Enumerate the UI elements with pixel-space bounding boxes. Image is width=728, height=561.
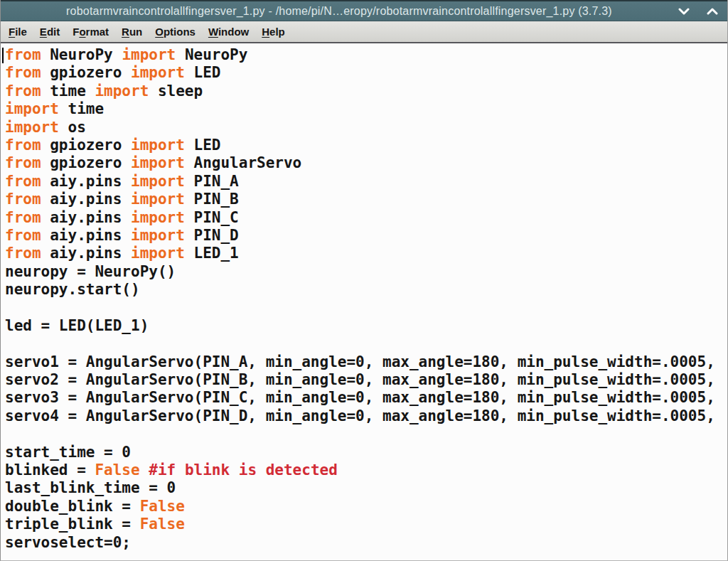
code-token-pl: gpiozero: [41, 137, 131, 154]
code-token-pl: sleep: [149, 82, 203, 100]
code-line: import os: [5, 119, 727, 137]
code-line: import time: [5, 100, 727, 118]
code-token-kw: import: [5, 100, 59, 117]
menu-item-label: O: [155, 26, 164, 38]
code-token-kw: from: [5, 173, 41, 190]
code-token-pl: gpiozero: [41, 64, 131, 81]
code-token-pl: servo2 = AngularServo(PIN_B, min_angle=0…: [5, 371, 715, 388]
menu-item-label: o: [79, 26, 85, 38]
code-token-pl: last_blink_time = 0: [5, 479, 176, 496]
menu-item-label: F: [9, 26, 15, 38]
code-token-cm: #if blink is detected: [149, 461, 338, 479]
code-token-kw: import: [131, 137, 185, 154]
chevron-up-icon: [707, 5, 718, 18]
code-token-kw: False: [140, 515, 185, 533]
code-token-pl: blinked =: [5, 461, 95, 479]
code-line: servoselect=0;: [5, 534, 727, 552]
menu-item-label: H: [262, 26, 269, 38]
code-token-pl: double_blink =: [5, 498, 140, 515]
code-line: [5, 299, 727, 316]
menu-item-label: elp: [269, 26, 285, 38]
menu-item-label: ptions: [164, 26, 196, 38]
code-line: from NeuroPy import NeuroPy: [5, 46, 727, 64]
code-line: from aiy.pins import LED_1: [5, 245, 727, 262]
code-line: servo3 = AngularServo(PIN_C, min_angle=0…: [5, 389, 727, 407]
code-token-kw: from: [5, 245, 41, 262]
code-editor[interactable]: from NeuroPy import NeuroPyfrom gpiozero…: [1, 43, 727, 560]
menu-item-help[interactable]: Help: [255, 22, 291, 41]
code-token-pl: servo3 = AngularServo(PIN_C, min_angle=0…: [5, 389, 715, 406]
code-line: from aiy.pins import PIN_D: [5, 227, 727, 245]
roll-up-button[interactable]: [703, 4, 722, 19]
code-token-kw: import: [131, 245, 185, 262]
code-token-pl: NeuroPy: [41, 46, 122, 63]
code-token-kw: import: [131, 209, 185, 226]
menu-item-label: rmat: [86, 26, 109, 38]
code-token-kw: False: [140, 498, 185, 515]
roll-down-button[interactable]: [675, 4, 693, 19]
code-token-pl: aiy.pins: [41, 245, 131, 262]
menu-item-window[interactable]: Window: [202, 22, 255, 41]
code-token-pl: aiy.pins: [41, 173, 131, 190]
code-token-kw: from: [5, 209, 41, 226]
code-token-pl: AngularServo: [185, 154, 301, 171]
code-token-pl: PIN_B: [185, 191, 239, 208]
menu-item-label: indow: [218, 26, 249, 38]
code-line: from gpiozero import AngularServo: [5, 154, 727, 172]
code-token-kw: import: [131, 154, 185, 171]
code-line: triple_blink = False: [5, 515, 727, 533]
menu-item-run[interactable]: Run: [115, 22, 149, 41]
code-token-pl: LED: [185, 64, 221, 81]
code-line: from gpiozero import LED: [5, 137, 727, 154]
code-token-pl: PIN_A: [185, 173, 239, 190]
code-token-pl: neuropy.start(): [5, 281, 140, 298]
code-line: led = LED(LED_1): [5, 317, 727, 335]
code-token-pl: triple_blink =: [5, 515, 140, 533]
menu-item-label: E: [40, 26, 47, 38]
menu-item-label: un: [129, 26, 142, 38]
code-line: double_blink = False: [5, 498, 727, 515]
code-token-kw: from: [5, 82, 41, 100]
code-line: [5, 425, 727, 443]
code-line: servo2 = AngularServo(PIN_B, min_angle=0…: [5, 371, 727, 389]
code-line: from aiy.pins import PIN_C: [5, 209, 727, 227]
menu-item-format[interactable]: Format: [66, 22, 115, 41]
menu-item-label: ile: [15, 26, 27, 38]
code-token-kw: from: [5, 191, 41, 208]
code-token-pl: time: [59, 100, 104, 117]
code-token-pl: servoselect=0;: [5, 534, 131, 551]
menu-item-edit[interactable]: Edit: [33, 22, 66, 41]
code-line: servo1 = AngularServo(PIN_A, min_angle=0…: [5, 353, 727, 371]
menu-item-label: W: [208, 26, 218, 38]
menu-item-label: R: [122, 26, 129, 38]
code-line: from aiy.pins import PIN_A: [5, 173, 727, 191]
code-token-pl: aiy.pins: [41, 227, 131, 244]
code-token-pl: LED: [185, 137, 221, 154]
code-token-pl: servo1 = AngularServo(PIN_A, min_angle=0…: [5, 353, 715, 370]
code-token-kw: import: [131, 191, 185, 208]
code-token-pl: start_time = 0: [5, 444, 131, 461]
code-token-pl: LED_1: [185, 245, 239, 262]
code-token-kw: import: [131, 173, 185, 190]
menu-item-file[interactable]: File: [2, 22, 33, 41]
code-token-pl: servo4 = AngularServo(PIN_D, min_angle=0…: [5, 407, 715, 424]
code-token-pl: [140, 461, 149, 479]
code-token-kw: import: [95, 82, 149, 100]
code-line: neuropy.start(): [5, 281, 727, 299]
code-line: start_time = 0: [5, 444, 727, 461]
code-line: neuropy = NeuroPy(): [5, 263, 727, 281]
code-token-kw: from: [5, 46, 41, 63]
menu-item-label: dit: [47, 26, 60, 38]
code-line: from gpiozero import LED: [5, 64, 727, 82]
code-token-pl: aiy.pins: [41, 191, 131, 208]
menu-item-label: F: [73, 26, 79, 38]
code-token-pl: aiy.pins: [41, 209, 131, 226]
title-bar: robotarmvraincontrolallfingersver_1.py -…: [1, 0, 727, 21]
menu-item-options[interactable]: Options: [149, 22, 202, 41]
code-token-pl: os: [59, 119, 86, 136]
code-line: from aiy.pins import PIN_B: [5, 191, 727, 208]
code-token-kw: import: [5, 119, 59, 136]
code-line: servo4 = AngularServo(PIN_D, min_angle=0…: [5, 407, 727, 425]
window-title: robotarmvraincontrolallfingersver_1.py -…: [1, 1, 678, 21]
code-token-pl: neuropy = NeuroPy(): [5, 263, 176, 280]
